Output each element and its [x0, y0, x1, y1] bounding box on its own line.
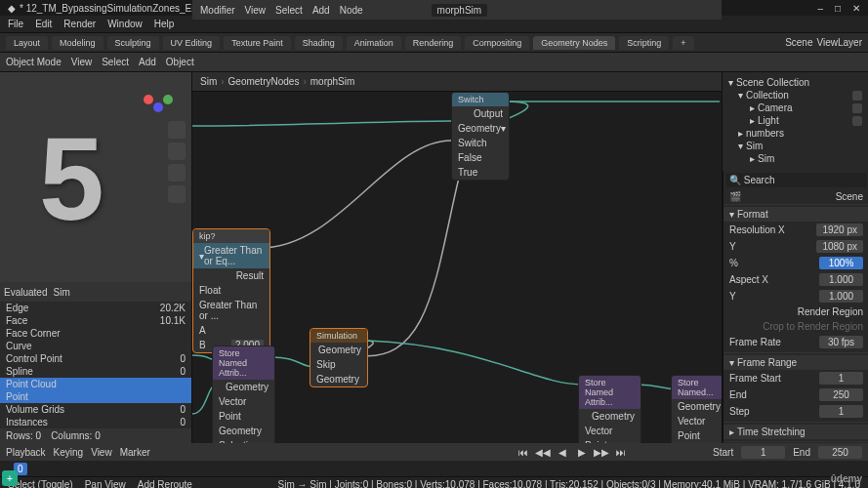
jump-start-button[interactable]: ⏮ [517, 446, 529, 458]
node-menu[interactable]: Node [340, 5, 363, 16]
ol-scene-collection[interactable]: ▾Scene Collection [726, 76, 864, 89]
grid-icon[interactable] [168, 185, 186, 203]
outliner[interactable]: ▾Scene Collection ▾Collection ▸Camera ▸L… [723, 72, 868, 171]
prev-keyframe-button[interactable]: ◀◀ [537, 446, 549, 458]
bc-sim[interactable]: Sim [200, 76, 217, 87]
play-reverse-button[interactable]: ◀ [557, 446, 568, 458]
tab-animation[interactable]: Animation [347, 36, 401, 50]
add-button[interactable]: + [2, 470, 18, 486]
ss-facecorner[interactable]: Face Corner [0, 327, 191, 340]
ol-light[interactable]: ▸Light [726, 114, 864, 127]
node-editor[interactable]: Sim› GeometryNodes› morphSim Switch Outp… [192, 72, 722, 443]
tab-modeling[interactable]: Modeling [52, 36, 103, 50]
resy-input[interactable]: 1080 px [816, 240, 863, 253]
node-compare[interactable]: kip? ▾Greater Than or Eq... Result Float… [192, 228, 270, 353]
ss-pointcloud[interactable]: Point Cloud [0, 378, 191, 390]
tab-rendering[interactable]: Rendering [405, 36, 462, 50]
aspy-input[interactable]: 1.000 [819, 290, 863, 303]
prop-framerange-panel[interactable]: ▾ Frame Range [723, 355, 868, 370]
toolbar-view[interactable]: View [71, 57, 93, 67]
scene-selector[interactable]: Scene [785, 37, 812, 48]
keying-menu[interactable]: Keying [54, 447, 84, 458]
node-store-attrib-2[interactable]: Store Named Attrib... Geometry Vector Po… [578, 375, 641, 443]
node-select[interactable]: Select [275, 5, 303, 16]
framestart-input[interactable]: 1 [819, 372, 863, 385]
render-region-check[interactable]: Render Region [798, 306, 863, 317]
node-simulation[interactable]: Simulation Geometry Skip Geometry [310, 328, 368, 387]
timeline-track[interactable]: 0 [0, 461, 868, 476]
ss-edge[interactable]: Edge20.2K [0, 302, 191, 314]
nav-gizmo[interactable] [139, 80, 178, 119]
menu-window[interactable]: Window [107, 19, 143, 29]
tl-view-menu[interactable]: View [91, 447, 112, 458]
visibility-icon[interactable] [852, 91, 862, 101]
node-store-attrib-1[interactable]: Store Named Attrib... Geometry Vector Po… [212, 346, 275, 443]
tab-shading[interactable]: Shading [295, 36, 343, 50]
crop-check[interactable]: Crop to Render Region [763, 321, 863, 332]
node-modifier-dropdown[interactable]: Modifier [200, 5, 235, 16]
ss-cp[interactable]: Control Point0 [0, 352, 191, 365]
ss-face[interactable]: Face10.1K [0, 314, 191, 327]
menu-help[interactable]: Help [154, 19, 175, 29]
framestep-input[interactable]: 1 [819, 405, 863, 418]
marker-menu[interactable]: Marker [120, 447, 150, 458]
minimize-button[interactable]: – [817, 3, 823, 14]
tab-uv[interactable]: UV Editing [163, 36, 221, 50]
jump-end-button[interactable]: ⏭ [615, 446, 627, 458]
close-button[interactable]: ✕ [852, 3, 860, 14]
ol-collection[interactable]: ▾Collection [726, 89, 864, 102]
bc-morph[interactable]: morphSim [310, 76, 355, 87]
pan-icon[interactable] [168, 142, 186, 160]
bc-geo[interactable]: GeometryNodes [228, 76, 300, 87]
viewlayer-selector[interactable]: ViewLayer [816, 37, 862, 48]
tab-compositing[interactable]: Compositing [465, 36, 529, 50]
visibility-icon[interactable] [852, 103, 862, 113]
prop-search[interactable]: 🔍 Search [725, 173, 867, 187]
mode-dropdown[interactable]: Object Mode [6, 57, 62, 67]
spreadsheet-object[interactable]: Sim [53, 287, 69, 298]
aspx-input[interactable]: 1.000 [819, 273, 863, 286]
viewport-3d[interactable]: 5 Shift Evaluated Sim Edge20.2K Face10.1… [0, 72, 192, 443]
ss-instances[interactable]: Instances0 [0, 416, 191, 428]
node-tree-name[interactable]: morphSim [432, 4, 488, 17]
tab-add[interactable]: + [673, 36, 693, 50]
node-switch[interactable]: Switch Output Geometry▾ Switch False Tru… [451, 92, 510, 181]
node-store-attrib-3[interactable]: Store Named... Geometry Vector Point Geo… [671, 375, 722, 443]
tl-end-input[interactable]: 250 [818, 446, 862, 459]
menu-render[interactable]: Render [63, 19, 96, 29]
menu-edit[interactable]: Edit [35, 19, 52, 29]
framerate-input[interactable]: 30 fps [819, 336, 863, 348]
node-add[interactable]: Add [312, 5, 330, 16]
zoom-icon[interactable] [168, 121, 186, 139]
prop-format-panel[interactable]: ▾ Format [723, 207, 868, 222]
ol-camera[interactable]: ▸Camera [726, 102, 864, 114]
toolbar-select[interactable]: Select [102, 57, 129, 67]
playback-menu[interactable]: Playback [6, 447, 46, 458]
frameend-input[interactable]: 250 [819, 388, 863, 401]
node-view[interactable]: View [245, 5, 267, 16]
toolbar-add[interactable]: Add [139, 57, 156, 67]
maximize-button[interactable]: □ [835, 3, 841, 14]
tab-layout[interactable]: Layout [6, 36, 48, 50]
resx-input[interactable]: 1920 px [816, 224, 863, 236]
prop-timestretch-panel[interactable]: ▸ Time Stretching [723, 425, 868, 439]
ss-curve[interactable]: Curve [0, 340, 191, 352]
play-button[interactable]: ▶ [576, 446, 588, 458]
next-keyframe-button[interactable]: ▶▶ [596, 446, 607, 458]
tab-geometry-nodes[interactable]: Geometry Nodes [533, 36, 615, 50]
menu-file[interactable]: File [8, 19, 23, 29]
ss-point[interactable]: Point [0, 390, 191, 403]
toolbar-object[interactable]: Object [166, 57, 194, 67]
tab-texture[interactable]: Texture Paint [224, 36, 291, 50]
tab-sculpting[interactable]: Sculpting [107, 36, 159, 50]
ss-volume[interactable]: Volume Grids0 [0, 403, 191, 416]
ol-sim-obj[interactable]: ▸Sim [726, 152, 864, 165]
visibility-icon[interactable] [852, 116, 862, 126]
tab-scripting[interactable]: Scripting [619, 36, 669, 50]
camera-icon[interactable] [168, 164, 186, 182]
evaluated-dropdown[interactable]: Evaluated [4, 287, 47, 298]
ss-spline[interactable]: Spline0 [0, 365, 191, 378]
tl-start-input[interactable]: 1 [741, 446, 785, 459]
ol-numbers[interactable]: ▸numbers [726, 127, 864, 140]
resolution-pct-input[interactable]: 100% [819, 257, 863, 269]
